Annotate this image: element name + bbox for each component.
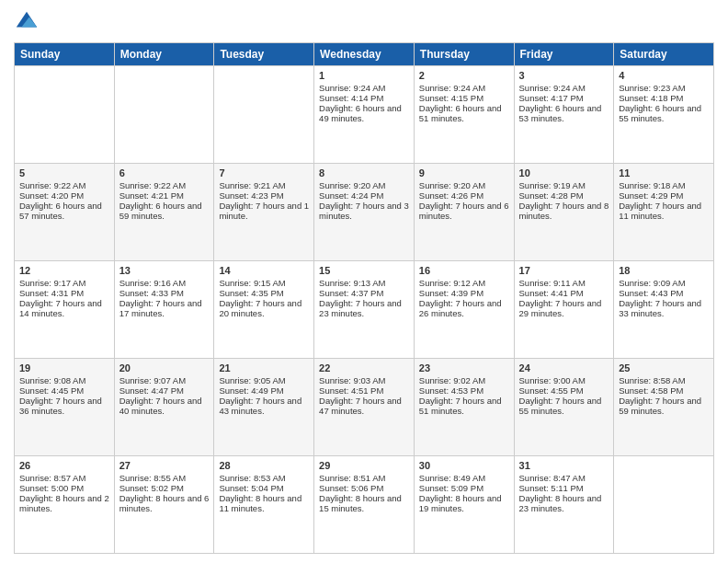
- calendar-cell: 1Sunrise: 9:24 AMSunset: 4:14 PMDaylight…: [314, 66, 415, 164]
- day-number: 29: [319, 460, 409, 471]
- daylight: Daylight: 8 hours and 19 minutes.: [419, 493, 502, 513]
- calendar-cell: 27Sunrise: 8:55 AMSunset: 5:02 PMDayligh…: [114, 456, 214, 554]
- day-number: 23: [419, 362, 509, 373]
- sunset: Sunset: 4:58 PM: [619, 385, 683, 396]
- daylight: Daylight: 7 hours and 47 minutes.: [319, 396, 402, 416]
- header: [14, 9, 714, 35]
- day-of-week-header: Thursday: [414, 43, 514, 66]
- day-number: 25: [619, 362, 709, 373]
- day-number: 16: [419, 265, 509, 276]
- calendar-cell: 19Sunrise: 9:08 AMSunset: 4:45 PMDayligh…: [15, 359, 115, 456]
- day-number: 27: [119, 460, 210, 471]
- day-number: 6: [119, 167, 210, 178]
- calendar-cell: 22Sunrise: 9:03 AMSunset: 4:51 PMDayligh…: [314, 359, 415, 456]
- calendar-cell: [614, 456, 714, 554]
- sunrise: Sunrise: 9:22 AM: [119, 180, 186, 190]
- daylight: Daylight: 7 hours and 29 minutes.: [519, 298, 602, 318]
- sunset: Sunset: 4:18 PM: [619, 93, 683, 103]
- calendar-cell: 5Sunrise: 9:22 AMSunset: 4:20 PMDaylight…: [15, 164, 115, 261]
- sunrise: Sunrise: 8:49 AM: [419, 473, 485, 483]
- daylight: Daylight: 6 hours and 51 minutes.: [419, 103, 502, 123]
- calendar-table: SundayMondayTuesdayWednesdayThursdayFrid…: [14, 42, 714, 554]
- day-number: 5: [19, 167, 109, 178]
- daylight: Daylight: 8 hours and 15 minutes.: [319, 493, 402, 513]
- daylight: Daylight: 8 hours and 6 minutes.: [119, 493, 210, 513]
- day-number: 19: [19, 362, 109, 373]
- day-of-week-header: Sunday: [15, 43, 115, 66]
- sunrise: Sunrise: 9:24 AM: [419, 83, 485, 93]
- sunrise: Sunrise: 9:09 AM: [619, 278, 685, 288]
- day-number: 15: [319, 265, 409, 276]
- day-number: 11: [619, 167, 709, 178]
- sunset: Sunset: 4:26 PM: [419, 190, 483, 201]
- daylight: Daylight: 7 hours and 33 minutes.: [619, 298, 701, 318]
- sunrise: Sunrise: 8:51 AM: [319, 473, 385, 483]
- calendar-cell: 2Sunrise: 9:24 AMSunset: 4:15 PMDaylight…: [414, 66, 514, 164]
- sunrise: Sunrise: 9:23 AM: [619, 83, 685, 93]
- sunset: Sunset: 4:21 PM: [119, 190, 184, 201]
- day-number: 7: [219, 167, 309, 178]
- calendar-cell: 6Sunrise: 9:22 AMSunset: 4:21 PMDaylight…: [114, 164, 214, 261]
- sunrise: Sunrise: 8:53 AM: [219, 473, 285, 483]
- day-number: 20: [119, 362, 210, 373]
- day-number: 3: [519, 70, 609, 81]
- day-number: 26: [19, 460, 109, 471]
- sunrise: Sunrise: 9:00 AM: [519, 375, 586, 385]
- logo: [14, 9, 43, 35]
- day-number: 10: [519, 167, 609, 178]
- daylight: Daylight: 6 hours and 55 minutes.: [619, 103, 701, 123]
- sunset: Sunset: 5:00 PM: [19, 483, 84, 493]
- day-number: 31: [519, 460, 609, 471]
- page: SundayMondayTuesdayWednesdayThursdayFrid…: [0, 0, 728, 563]
- sunset: Sunset: 4:33 PM: [119, 288, 184, 298]
- calendar-cell: 4Sunrise: 9:23 AMSunset: 4:18 PMDaylight…: [614, 66, 714, 164]
- calendar-cell: 14Sunrise: 9:15 AMSunset: 4:35 PMDayligh…: [214, 261, 314, 359]
- daylight: Daylight: 7 hours and 20 minutes.: [219, 298, 301, 318]
- sunset: Sunset: 5:04 PM: [219, 483, 283, 493]
- sunset: Sunset: 4:45 PM: [19, 385, 84, 396]
- calendar-cell: [15, 66, 115, 164]
- sunset: Sunset: 4:35 PM: [219, 288, 283, 298]
- daylight: Daylight: 7 hours and 8 minutes.: [519, 201, 609, 221]
- sunrise: Sunrise: 9:20 AM: [319, 180, 385, 190]
- sunset: Sunset: 4:41 PM: [519, 288, 584, 298]
- sunset: Sunset: 5:06 PM: [319, 483, 383, 493]
- daylight: Daylight: 8 hours and 23 minutes.: [519, 493, 602, 513]
- sunrise: Sunrise: 8:58 AM: [619, 375, 685, 385]
- sunrise: Sunrise: 9:24 AM: [519, 83, 586, 93]
- calendar-cell: 28Sunrise: 8:53 AMSunset: 5:04 PMDayligh…: [214, 456, 314, 554]
- sunset: Sunset: 4:37 PM: [319, 288, 383, 298]
- daylight: Daylight: 7 hours and 55 minutes.: [519, 396, 602, 416]
- day-number: 17: [519, 265, 609, 276]
- calendar-cell: 11Sunrise: 9:18 AMSunset: 4:29 PMDayligh…: [614, 164, 714, 261]
- sunset: Sunset: 4:14 PM: [319, 93, 383, 103]
- daylight: Daylight: 7 hours and 51 minutes.: [419, 396, 502, 416]
- calendar-cell: [114, 66, 214, 164]
- calendar-cell: 17Sunrise: 9:11 AMSunset: 4:41 PMDayligh…: [514, 261, 614, 359]
- calendar-cell: 3Sunrise: 9:24 AMSunset: 4:17 PMDaylight…: [514, 66, 614, 164]
- day-number: 24: [519, 362, 609, 373]
- calendar-cell: 10Sunrise: 9:19 AMSunset: 4:28 PMDayligh…: [514, 164, 614, 261]
- calendar-week-row: 12Sunrise: 9:17 AMSunset: 4:31 PMDayligh…: [15, 261, 714, 359]
- sunrise: Sunrise: 8:57 AM: [19, 473, 85, 483]
- sunset: Sunset: 4:31 PM: [19, 288, 84, 298]
- day-number: 1: [319, 70, 409, 81]
- sunset: Sunset: 4:29 PM: [619, 190, 683, 201]
- day-number: 30: [419, 460, 509, 471]
- day-number: 2: [419, 70, 509, 81]
- sunset: Sunset: 4:28 PM: [519, 190, 584, 201]
- sunrise: Sunrise: 9:21 AM: [219, 180, 285, 190]
- sunset: Sunset: 4:15 PM: [419, 93, 483, 103]
- sunrise: Sunrise: 9:15 AM: [219, 278, 285, 288]
- sunset: Sunset: 4:39 PM: [419, 288, 483, 298]
- sunset: Sunset: 4:55 PM: [519, 385, 584, 396]
- daylight: Daylight: 7 hours and 3 minutes.: [319, 201, 409, 221]
- sunrise: Sunrise: 9:24 AM: [319, 83, 385, 93]
- sunrise: Sunrise: 8:47 AM: [519, 473, 586, 483]
- sunrise: Sunrise: 9:18 AM: [619, 180, 685, 190]
- daylight: Daylight: 6 hours and 57 minutes.: [19, 201, 102, 221]
- calendar-cell: 12Sunrise: 9:17 AMSunset: 4:31 PMDayligh…: [15, 261, 115, 359]
- day-number: 21: [219, 362, 309, 373]
- sunset: Sunset: 4:43 PM: [619, 288, 683, 298]
- calendar-header-row: SundayMondayTuesdayWednesdayThursdayFrid…: [15, 43, 714, 66]
